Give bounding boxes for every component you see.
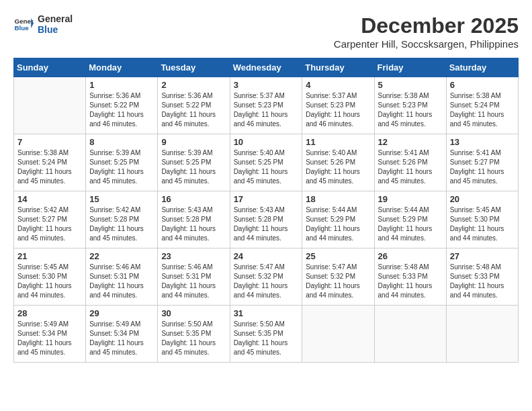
calendar-cell: 16 Sunrise: 5:43 AM Sunset: 5:28 PM Dayl…	[158, 191, 230, 248]
day-number: 25	[306, 251, 370, 261]
calendar-cell: 18 Sunrise: 5:44 AM Sunset: 5:29 PM Dayl…	[302, 191, 374, 248]
sunrise-text: Sunrise: 5:50 AM	[234, 320, 285, 328]
sunset-text: Sunset: 5:22 PM	[89, 101, 139, 109]
calendar-cell: 22 Sunrise: 5:46 AM Sunset: 5:31 PM Dayl…	[86, 248, 158, 306]
daylight-text: Daylight: 11 hours and 45 minutes.	[450, 111, 504, 128]
calendar-cell: 19 Sunrise: 5:44 AM Sunset: 5:29 PM Dayl…	[374, 191, 446, 248]
calendar-body: 1 Sunrise: 5:36 AM Sunset: 5:22 PM Dayli…	[14, 77, 519, 363]
day-info: Sunrise: 5:44 AM Sunset: 5:29 PM Dayligh…	[306, 205, 370, 243]
day-info: Sunrise: 5:36 AM Sunset: 5:22 PM Dayligh…	[89, 91, 154, 129]
daylight-text: Daylight: 11 hours and 45 minutes.	[450, 168, 504, 185]
day-info: Sunrise: 5:45 AM Sunset: 5:30 PM Dayligh…	[17, 263, 82, 300]
calendar-cell: 11 Sunrise: 5:40 AM Sunset: 5:26 PM Dayl…	[302, 134, 374, 191]
header-monday: Monday	[86, 58, 158, 77]
day-info: Sunrise: 5:47 AM Sunset: 5:32 PM Dayligh…	[306, 263, 370, 300]
day-number: 19	[378, 194, 443, 204]
calendar-cell: 29 Sunrise: 5:49 AM Sunset: 5:34 PM Dayl…	[86, 306, 158, 363]
sunrise-text: Sunrise: 5:40 AM	[234, 149, 285, 156]
day-info: Sunrise: 5:49 AM Sunset: 5:34 PM Dayligh…	[89, 320, 154, 357]
day-number: 13	[450, 137, 515, 147]
daylight-text: Daylight: 11 hours and 45 minutes.	[161, 339, 216, 356]
day-info: Sunrise: 5:43 AM Sunset: 5:28 PM Dayligh…	[161, 205, 226, 243]
day-info: Sunrise: 5:41 AM Sunset: 5:27 PM Dayligh…	[450, 148, 515, 186]
day-info: Sunrise: 5:42 AM Sunset: 5:27 PM Dayligh…	[17, 205, 82, 243]
sunset-text: Sunset: 5:25 PM	[161, 158, 211, 166]
day-info: Sunrise: 5:43 AM Sunset: 5:28 PM Dayligh…	[234, 205, 299, 243]
sunset-text: Sunset: 5:23 PM	[234, 101, 283, 109]
calendar-cell: 15 Sunrise: 5:42 AM Sunset: 5:28 PM Dayl…	[86, 191, 158, 248]
calendar-week-row: 21 Sunrise: 5:45 AM Sunset: 5:30 PM Dayl…	[14, 248, 519, 306]
day-number: 5	[378, 80, 443, 90]
daylight-text: Daylight: 11 hours and 45 minutes.	[17, 339, 72, 356]
daylight-text: Daylight: 11 hours and 45 minutes.	[378, 111, 433, 128]
day-number: 7	[17, 137, 82, 147]
calendar-cell: 3 Sunrise: 5:37 AM Sunset: 5:23 PM Dayli…	[230, 77, 302, 134]
daylight-text: Daylight: 11 hours and 45 minutes.	[89, 225, 144, 242]
daylight-text: Daylight: 11 hours and 44 minutes.	[306, 282, 360, 299]
sunrise-text: Sunrise: 5:41 AM	[378, 149, 429, 156]
day-number: 9	[161, 137, 226, 147]
sunset-text: Sunset: 5:30 PM	[450, 216, 500, 223]
sunset-text: Sunset: 5:28 PM	[234, 216, 283, 223]
day-info: Sunrise: 5:36 AM Sunset: 5:22 PM Dayligh…	[161, 91, 226, 129]
header-sunday: Sunday	[14, 58, 86, 77]
calendar-cell: 14 Sunrise: 5:42 AM Sunset: 5:27 PM Dayl…	[14, 191, 86, 248]
header-friday: Friday	[374, 58, 446, 77]
sunrise-text: Sunrise: 5:42 AM	[89, 206, 140, 214]
day-info: Sunrise: 5:38 AM Sunset: 5:24 PM Dayligh…	[450, 91, 515, 129]
header-thursday: Thursday	[302, 58, 374, 77]
sunrise-text: Sunrise: 5:42 AM	[17, 206, 69, 214]
calendar-week-row: 1 Sunrise: 5:36 AM Sunset: 5:22 PM Dayli…	[14, 77, 519, 134]
day-info: Sunrise: 5:50 AM Sunset: 5:35 PM Dayligh…	[234, 320, 299, 357]
day-info: Sunrise: 5:38 AM Sunset: 5:23 PM Dayligh…	[378, 91, 443, 129]
calendar-cell	[374, 306, 446, 363]
sunrise-text: Sunrise: 5:41 AM	[450, 149, 501, 156]
sunrise-text: Sunrise: 5:46 AM	[161, 263, 212, 271]
daylight-text: Daylight: 11 hours and 44 minutes.	[234, 225, 288, 242]
day-info: Sunrise: 5:48 AM Sunset: 5:33 PM Dayligh…	[378, 263, 443, 300]
calendar-cell: 20 Sunrise: 5:45 AM Sunset: 5:30 PM Dayl…	[446, 191, 518, 248]
day-number: 10	[234, 137, 299, 147]
day-info: Sunrise: 5:49 AM Sunset: 5:34 PM Dayligh…	[17, 320, 82, 357]
calendar-cell: 8 Sunrise: 5:39 AM Sunset: 5:25 PM Dayli…	[86, 134, 158, 191]
calendar-cell: 5 Sunrise: 5:38 AM Sunset: 5:23 PM Dayli…	[374, 77, 446, 134]
day-number: 17	[234, 194, 299, 204]
calendar-table: Sunday Monday Tuesday Wednesday Thursday…	[13, 58, 519, 363]
day-number: 8	[89, 137, 154, 147]
daylight-text: Daylight: 11 hours and 44 minutes.	[378, 225, 433, 242]
sunrise-text: Sunrise: 5:45 AM	[17, 263, 69, 271]
daylight-text: Daylight: 11 hours and 44 minutes.	[161, 282, 216, 299]
day-info: Sunrise: 5:40 AM Sunset: 5:25 PM Dayligh…	[234, 148, 299, 186]
day-number: 22	[89, 251, 154, 261]
sunrise-text: Sunrise: 5:47 AM	[234, 263, 285, 271]
logo-line2: Blue	[38, 24, 73, 35]
day-info: Sunrise: 5:42 AM Sunset: 5:28 PM Dayligh…	[89, 205, 154, 243]
sunrise-text: Sunrise: 5:43 AM	[234, 206, 285, 214]
sunset-text: Sunset: 5:34 PM	[17, 330, 67, 337]
logo: General Blue General Blue	[13, 13, 73, 35]
day-number: 31	[234, 308, 299, 318]
svg-text:General: General	[15, 17, 34, 25]
logo-icon: General Blue	[13, 14, 34, 34]
daylight-text: Daylight: 11 hours and 45 minutes.	[161, 168, 216, 185]
sunrise-text: Sunrise: 5:38 AM	[17, 149, 69, 156]
sunset-text: Sunset: 5:29 PM	[378, 216, 428, 223]
day-number: 14	[17, 194, 82, 204]
calendar-cell: 30 Sunrise: 5:50 AM Sunset: 5:35 PM Dayl…	[158, 306, 230, 363]
daylight-text: Daylight: 11 hours and 46 minutes.	[89, 111, 144, 128]
sunset-text: Sunset: 5:26 PM	[378, 158, 428, 166]
daylight-text: Daylight: 11 hours and 44 minutes.	[450, 282, 504, 299]
sunrise-text: Sunrise: 5:49 AM	[17, 320, 69, 328]
sunset-text: Sunset: 5:33 PM	[450, 273, 500, 280]
day-info: Sunrise: 5:46 AM Sunset: 5:31 PM Dayligh…	[161, 263, 226, 300]
sunset-text: Sunset: 5:35 PM	[234, 330, 283, 337]
sunset-text: Sunset: 5:24 PM	[17, 158, 67, 166]
sunrise-text: Sunrise: 5:47 AM	[306, 263, 357, 271]
sunset-text: Sunset: 5:29 PM	[306, 216, 355, 223]
calendar-cell	[14, 77, 86, 134]
sunset-text: Sunset: 5:26 PM	[306, 158, 355, 166]
sunset-text: Sunset: 5:32 PM	[234, 273, 283, 280]
logo-line1: General	[38, 13, 73, 24]
daylight-text: Daylight: 11 hours and 45 minutes.	[378, 168, 433, 185]
weekday-header-row: Sunday Monday Tuesday Wednesday Thursday…	[14, 58, 519, 77]
